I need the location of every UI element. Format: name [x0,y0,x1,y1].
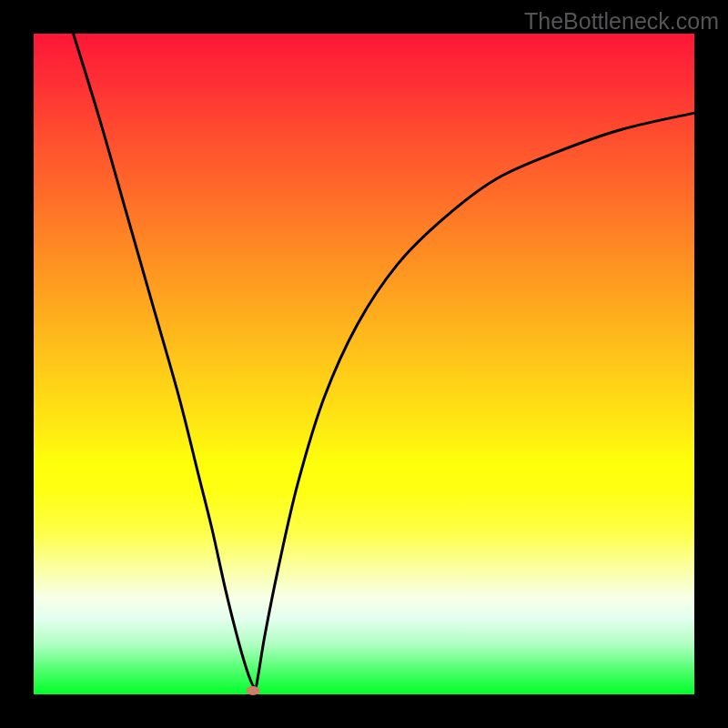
bottleneck-chart [34,34,694,694]
bottleneck-curve-path [74,34,694,688]
curve-svg [34,34,694,694]
optimal-point-marker [247,686,260,695]
watermark-text: TheBottleneck.com [524,8,719,35]
